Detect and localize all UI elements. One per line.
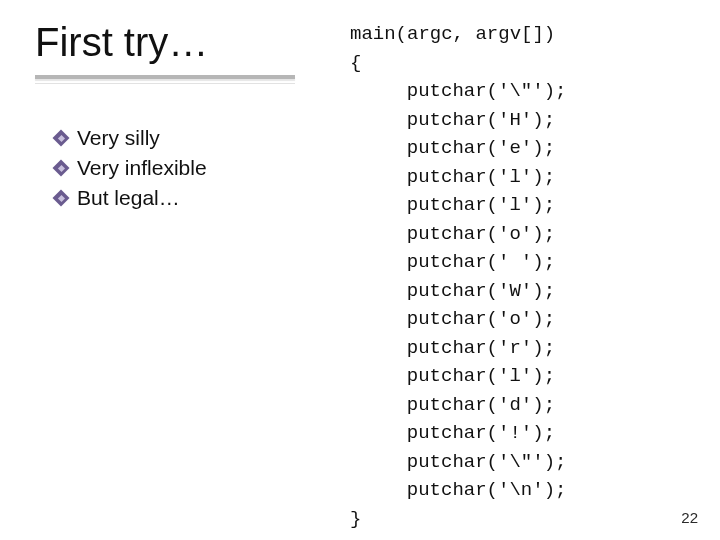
bullet-label: Very inflexible [77,156,207,180]
bullet-list: Very silly Very inflexible But legal… [55,120,315,216]
bullet-label: But legal… [77,186,180,210]
slide-title: First try… [35,20,295,71]
list-item: Very silly [55,126,315,150]
code-line: putchar('!'); [350,419,690,448]
code-block: main(argc, argv[]) { putchar('\"'); putc… [350,20,690,533]
code-line: putchar('r'); [350,334,690,363]
list-item: Very inflexible [55,156,315,180]
bullet-label: Very silly [77,126,160,150]
code-line: putchar('e'); [350,134,690,163]
diamond-icon [55,162,67,174]
slide: First try… Very silly Very inflexible Bu… [0,0,720,540]
code-line: } [350,505,690,534]
code-line: putchar('d'); [350,391,690,420]
code-line: putchar('H'); [350,106,690,135]
code-line: putchar('o'); [350,220,690,249]
code-line: putchar('W'); [350,277,690,306]
code-line: putchar('l'); [350,362,690,391]
page-number: 22 [681,509,698,526]
diamond-icon [55,132,67,144]
code-line: { [350,49,690,78]
code-line: putchar('\"'); [350,448,690,477]
list-item: But legal… [55,186,315,210]
code-line: putchar(' '); [350,248,690,277]
code-line: putchar('l'); [350,191,690,220]
code-line: putchar('o'); [350,305,690,334]
title-underline-shadow [35,83,295,84]
code-line: main(argc, argv[]) [350,20,690,49]
code-line: putchar('\n'); [350,476,690,505]
code-line: putchar('\"'); [350,77,690,106]
diamond-icon [55,192,67,204]
title-underline [35,75,295,79]
title-region: First try… [35,20,295,84]
code-line: putchar('l'); [350,163,690,192]
